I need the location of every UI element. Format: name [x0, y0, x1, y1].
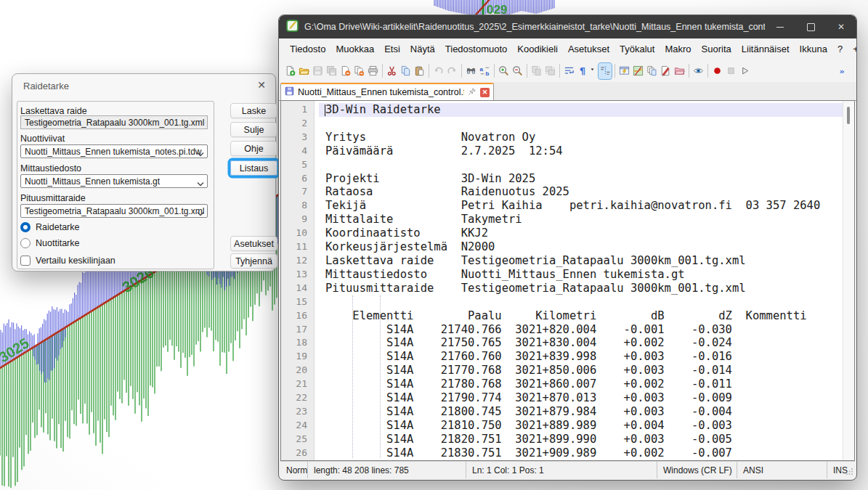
maximize-button[interactable] [795, 15, 826, 38]
menu-koodikieli[interactable]: Koodikieli [512, 41, 563, 57]
vertical-scrollbar[interactable] [843, 101, 854, 460]
chevron-down-icon[interactable] [197, 149, 204, 155]
notepad-plus-plus-icon [286, 20, 299, 35]
status-cursor-position: Ln: 1 Col: 1 Pos: 1 [466, 462, 657, 478]
radio-button-icon[interactable] [20, 222, 31, 232]
overflow-icon[interactable]: » [837, 63, 851, 79]
field-value: Testigeometria_Ratapaalu 3000km_001.tg.x… [25, 118, 204, 128]
menu-muokkaa[interactable]: Muokkaa [330, 41, 379, 57]
find-icon[interactable] [464, 63, 477, 79]
code-line: Laskettava raide Testigeometria_Ratapaal… [281, 254, 843, 268]
menu-n-yt[interactable]: Näytä [405, 41, 440, 57]
radio-label: Raidetarke [36, 222, 79, 232]
svg-text:b: b [485, 70, 489, 76]
tab-bar: Nuotti_Mittaus_Ennen tukemista_control.t… [279, 82, 856, 101]
code-line: Tekijä Petri Kaihia petri.kaihia@novatro… [281, 199, 843, 213]
function-list-icon[interactable] [659, 63, 672, 79]
menu-tiedosto[interactable]: Tiedosto [285, 41, 330, 57]
menu-makro[interactable]: Makro [660, 41, 696, 57]
scrollbar-thumb[interactable] [847, 107, 850, 124]
close-button[interactable]: ✕ [826, 15, 856, 38]
toolbar-separator [527, 64, 527, 78]
menubar: TiedostoMuokkaaEtsiNäytäTiedostomuotoKoo… [279, 38, 856, 60]
listaus-button[interactable]: Listaus [230, 160, 277, 176]
menu-item[interactable]: + [848, 41, 857, 57]
cut-icon[interactable] [385, 63, 398, 79]
monitoring-icon[interactable] [691, 63, 705, 79]
menu-ty-kalut[interactable]: Työkalut [615, 41, 660, 57]
combo-mittaustiedosto[interactable]: Nuotti_Mittaus_Ennen tukemista.gt [20, 174, 208, 188]
show-all-characters-icon[interactable]: ¶ [576, 63, 589, 79]
close-all-icon[interactable] [352, 63, 365, 79]
sync-vertical-icon[interactable] [530, 63, 543, 79]
menu-tiedostomuoto[interactable]: Tiedostomuoto [440, 41, 513, 57]
zoom-out-icon[interactable] [511, 63, 524, 79]
ohje-button[interactable]: Ohje [230, 141, 277, 156]
dialog-close-icon[interactable]: ✕ [257, 79, 266, 91]
macro-play-icon[interactable] [738, 63, 751, 79]
save-icon[interactable] [311, 63, 324, 79]
save-all-icon[interactable] [325, 63, 338, 79]
readonly-field-laskettava-raide[interactable]: Testigeometria_Ratapaalu 3000km_001.tg.x… [20, 115, 208, 129]
undo-icon[interactable] [431, 63, 445, 79]
menu-item[interactable]: ? [832, 41, 848, 57]
radio-raidetarke[interactable]: Raidetarke [20, 221, 79, 233]
checkbox-icon[interactable] [20, 256, 31, 266]
new-file-icon[interactable] [283, 63, 296, 79]
copy-icon[interactable] [399, 63, 412, 79]
folder-as-workspace-icon[interactable] [673, 63, 686, 79]
menu-etsi[interactable]: Etsi [379, 41, 405, 57]
doc-switcher-icon[interactable] [617, 63, 630, 79]
combo-nuottiviivat[interactable]: Nuotti_Mittaus_Ennen tukemista_notes.pi.… [20, 144, 208, 158]
print-icon[interactable] [366, 63, 379, 79]
zoom-in-icon[interactable] [497, 63, 510, 79]
dropdown-arrow-icon[interactable] [590, 63, 598, 79]
chevron-down-icon[interactable] [197, 179, 204, 184]
asetukset-button[interactable]: Asetukset [230, 236, 277, 251]
paste-icon[interactable] [413, 63, 426, 79]
toolbar-separator [382, 64, 383, 78]
radio-nuottitarke[interactable]: Nuottitarke [20, 237, 79, 249]
menu-suorita[interactable]: Suorita [697, 41, 737, 57]
code-line: Koordinaatisto KKJ2 [281, 226, 843, 240]
open-file-icon[interactable] [297, 63, 310, 79]
menu-ikkuna[interactable]: Ikkuna [795, 41, 832, 57]
code-line: Mittaustiedosto Nuotti_Mittaus_Ennen tuk… [281, 268, 843, 282]
resize-grip[interactable] [846, 467, 853, 477]
toolbar: ab¶» [279, 60, 856, 82]
code-line: S14A 21770.768 3021+850.006 +0.003 -0.01… [281, 364, 843, 377]
toolbar-separator [494, 64, 495, 78]
svg-text:»: » [839, 67, 844, 76]
indent-guide-icon[interactable] [599, 63, 612, 79]
combo-pituusmittaraide[interactable]: Testigeometria_Ratapaalu 3000km_001.tg.x… [20, 204, 208, 218]
chevron-down-icon[interactable] [197, 208, 204, 214]
km-label-3025: 3025 [0, 335, 32, 365]
sulje-button[interactable]: Sulje [230, 122, 277, 137]
menu-liit-nn-iset[interactable]: Liitännäiset [737, 41, 795, 57]
document-map-icon[interactable] [631, 63, 644, 79]
macro-record-icon[interactable] [710, 63, 723, 79]
word-wrap-icon[interactable] [562, 63, 575, 79]
code-line: S14A 21760.760 3021+839.998 +0.003 -0.01… [281, 350, 843, 364]
tyhjenn-button[interactable]: Tyhjennä [230, 253, 277, 269]
close-file-icon[interactable] [338, 63, 352, 79]
pin-tab-icon[interactable] [468, 86, 476, 99]
checkbox-vertailu-keskilinjaan[interactable]: Vertailu keskilinjaan [20, 255, 115, 266]
laske-button[interactable]: Laske [230, 103, 277, 118]
minimize-button[interactable] [765, 15, 795, 38]
sync-horizontal-icon[interactable] [543, 63, 556, 79]
text-editor-area[interactable]: 1234567891011121314151617181920212223242… [280, 100, 855, 461]
tab-active[interactable]: Nuotti_Mittaus_Ennen tukemista_control.t… [280, 83, 494, 100]
code-line: Korkeusjärjestelmä N2000 [281, 240, 843, 254]
tab-close-icon[interactable]: ✕ [480, 88, 490, 97]
document-list-icon[interactable] [645, 63, 658, 79]
titlebar[interactable]: G:\Oma Drive\Wiki-artikkelit\Raidenuotit… [279, 15, 856, 38]
macro-stop-icon[interactable] [724, 63, 737, 79]
svg-text:¶: ¶ [579, 65, 585, 76]
code-line: S14A 21780.768 3021+860.007 +0.002 -0.01… [281, 377, 843, 391]
radio-button-icon[interactable] [20, 238, 31, 248]
menu-asetukset[interactable]: Asetukset [563, 41, 615, 57]
field-label-mittaustiedosto: Mittaustiedosto [20, 163, 81, 173]
redo-icon[interactable] [445, 63, 458, 79]
replace-icon[interactable]: ab [478, 63, 491, 79]
